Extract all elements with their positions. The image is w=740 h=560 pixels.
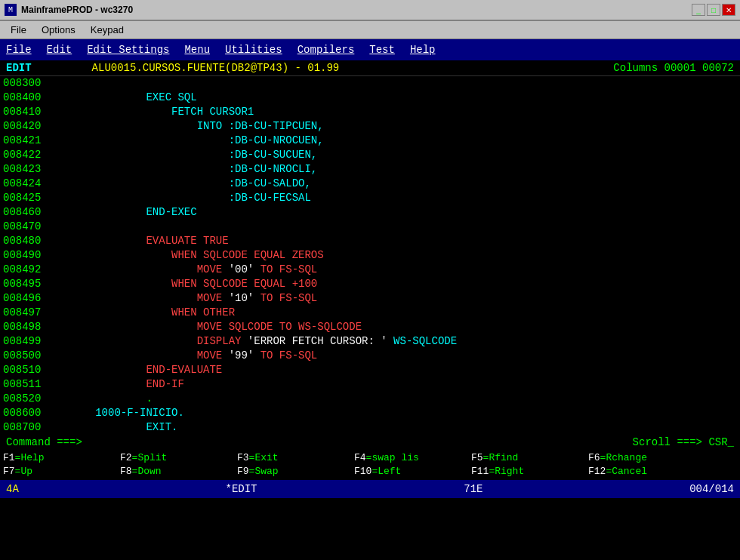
app-menu-edit-settings[interactable]: Edit_Settings: [87, 44, 169, 56]
table-row: 008495 WHEN SQLCODE EQUAL +100: [3, 277, 737, 291]
fkey-f3[interactable]: F3=Exit: [237, 451, 354, 465]
scroll-label: Scroll ===> CSR_: [633, 436, 734, 448]
app-menu-edit[interactable]: Edit: [47, 44, 72, 56]
app-icon: M: [5, 4, 17, 16]
table-row: 008500 MOVE '99' TO FS-SQL: [3, 349, 737, 363]
fkey-f5[interactable]: F5=Rfind: [471, 451, 588, 465]
table-row: 008510 END-EVALUATE: [3, 363, 737, 377]
command-label: Command ===>: [6, 436, 82, 448]
app-menu-compilers[interactable]: Compilers: [298, 44, 355, 56]
table-row: 008498 MOVE SQLCODE TO WS-SQLCODE: [3, 320, 737, 334]
fkey-f8[interactable]: F8=Down: [120, 465, 237, 478]
bottom-status-edit: *EDIT: [226, 483, 257, 495]
table-row: 008300: [3, 76, 737, 91]
app-menu-help[interactable]: Help: [410, 44, 436, 56]
table-row: 008497 WHEN OTHER: [3, 306, 737, 320]
status-file: ALU0015.CURSOS.FUENTE(DB2@TP43) - 01.99: [92, 62, 614, 74]
app-menu-menu[interactable]: Menu: [184, 44, 210, 56]
line-number: 008500: [3, 349, 45, 363]
table-row: 008492 MOVE '00' TO FS-SQL: [3, 263, 737, 277]
line-number: 008700: [3, 420, 45, 435]
table-row: 008511 END-IF: [3, 377, 737, 392]
status-cols: Columns 00001 00072: [613, 62, 734, 74]
table-row: 008490 WHEN SQLCODE EQUAL ZEROS: [3, 248, 737, 263]
table-row: 008420 INTO :DB-CU-TIPCUEN,: [3, 119, 737, 134]
app-menu-file[interactable]: File: [6, 44, 32, 56]
code-area: 008300 008400 EXEC SQL 008410 FETCH CURS…: [0, 76, 740, 435]
native-menu-bar: File Options Keypad: [0, 21, 740, 39]
fkey-f1[interactable]: F1=Help: [3, 451, 120, 465]
table-row: 008700 EXIT.: [3, 420, 737, 435]
line-number: 008460: [3, 205, 45, 220]
line-number: 008492: [3, 263, 45, 277]
line-number: 008422: [3, 148, 45, 162]
function-keys: F1=Help F2=Split F3=Exit F4=swap lis F5=…: [0, 450, 740, 480]
status-edit: EDIT: [6, 62, 32, 74]
window-controls[interactable]: _ □ ✕: [692, 4, 735, 16]
table-row: 008423 :DB-CU-NROCLI,: [3, 162, 737, 177]
fkey-f9[interactable]: F9=Swap: [237, 465, 354, 478]
table-row: 008421 :DB-CU-NROCUEN,: [3, 134, 737, 148]
fkey-f11[interactable]: F11=Right: [471, 465, 588, 478]
line-number: 008470: [3, 220, 45, 234]
table-row: 008496 MOVE '10' TO FS-SQL: [3, 291, 737, 306]
title-bar: M MainframePROD - wc3270 _ □ ✕: [0, 0, 740, 21]
title-text: MainframePROD - wc3270: [21, 5, 692, 15]
line-number: 008510: [3, 363, 45, 377]
table-row: 008424 :DB-CU-SALDO,: [3, 177, 737, 191]
line-number: 008490: [3, 248, 45, 263]
line-number: 008400: [3, 91, 45, 105]
table-row: 008499 DISPLAY 'ERROR FETCH CURSOR: ' WS…: [3, 334, 737, 349]
line-number: 008499: [3, 334, 45, 349]
table-row: 008400 EXEC SQL: [3, 91, 737, 105]
fkey-f4[interactable]: F4=swap lis: [354, 451, 471, 465]
line-number: 008424: [3, 177, 45, 191]
table-row: 008470: [3, 220, 737, 234]
table-row: 008425 :DB-CU-FECSAL: [3, 191, 737, 205]
command-line[interactable]: Command ===> Scroll ===> CSR_: [0, 435, 740, 450]
minimize-button[interactable]: _: [692, 4, 705, 16]
command-input[interactable]: [85, 436, 633, 448]
fkey-row-1: F1=Help F2=Split F3=Exit F4=swap lis F5=…: [3, 451, 740, 465]
close-button[interactable]: ✕: [722, 4, 735, 16]
line-number: 008425: [3, 191, 45, 205]
fkey-f7[interactable]: F7=Up: [3, 465, 120, 478]
fkey-f6[interactable]: F6=Rchange: [588, 451, 705, 465]
table-row: 008520 .: [3, 392, 737, 406]
native-menu-options[interactable]: Options: [34, 23, 83, 37]
line-number: 008497: [3, 306, 45, 320]
fkey-f10[interactable]: F10=Left: [354, 465, 471, 478]
line-number: 008480: [3, 234, 45, 248]
line-number: 008423: [3, 162, 45, 177]
bottom-status-mid: 71E: [464, 483, 483, 495]
app-menu-bar: File Edit Edit_Settings Menu Utilities C…: [0, 39, 740, 60]
table-row: 008460 END-EXEC: [3, 205, 737, 220]
fkey-row-2: F7=Up F8=Down F9=Swap F10=Left F11=Right…: [3, 465, 740, 478]
line-number: 008511: [3, 377, 45, 392]
line-number: 008520: [3, 392, 45, 406]
app-menu-utilities[interactable]: Utilities: [225, 44, 282, 56]
app-menu-test[interactable]: Test: [369, 44, 395, 56]
line-number: 008498: [3, 320, 45, 334]
table-row: 008480 EVALUATE TRUE: [3, 234, 737, 248]
bottom-status-bar: 4A *EDIT 71E 004/014: [0, 480, 740, 498]
table-row: 008422 :DB-CU-SUCUEN,: [3, 148, 737, 162]
line-number: 008495: [3, 277, 45, 291]
native-menu-file[interactable]: File: [3, 23, 34, 37]
line-number: 008300: [3, 76, 45, 91]
bottom-status-mode: 4A: [6, 483, 19, 495]
line-number: 008410: [3, 105, 45, 119]
terminal: File Edit Edit_Settings Menu Utilities C…: [0, 39, 740, 560]
line-number: 008421: [3, 134, 45, 148]
line-number: 008496: [3, 291, 45, 306]
maximize-button[interactable]: □: [707, 4, 720, 16]
line-number: 008600: [3, 406, 45, 420]
fkey-f2[interactable]: F2=Split: [120, 451, 237, 465]
status-line: EDIT ALU0015.CURSOS.FUENTE(DB2@TP43) - 0…: [0, 60, 740, 76]
line-number: 008420: [3, 119, 45, 134]
native-menu-keypad[interactable]: Keypad: [83, 23, 131, 37]
fkey-f12[interactable]: F12=Cancel: [588, 465, 705, 478]
table-row: 008410 FETCH CURSOR1: [3, 105, 737, 119]
bottom-status-count: 004/014: [689, 483, 734, 495]
table-row: 008600 1000-F-INICIO.: [3, 406, 737, 420]
